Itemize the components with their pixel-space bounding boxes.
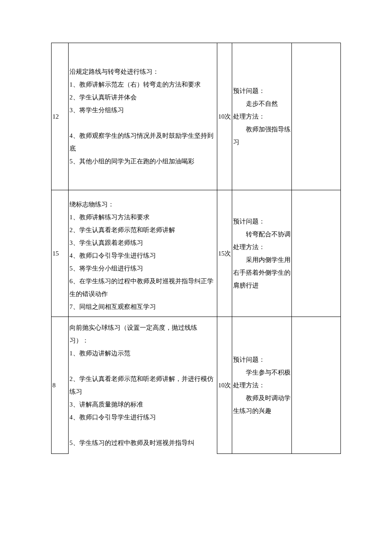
table-row: 15 绕标志物练习： 1、教师讲解练习方法和要求 2、学生认真看老师示范和听老师… [52,190,341,317]
count-value: 10次 [218,382,231,389]
issue-label-2: 处理方法： [233,379,291,392]
count-value: 10次 [218,113,231,120]
cell-time: 15 [52,190,69,317]
cell-count: 10次 [217,43,232,190]
cell-content: 向前抛实心球练习（设置一定高度，抛过线练习）： 1、教师边讲解边示范 2、学生认… [69,317,217,454]
cell-empty [292,317,341,454]
issue-text-1: 走步不自然 [233,97,291,110]
cell-content: 沿规定路线与转弯处进行练习： 1、教师讲解示范左（右）转弯走的方法和要求 2、学… [69,43,217,190]
issue-text-1: 学生参与不积极 [246,369,291,376]
cell-time: 8 [52,317,69,454]
cell-count: 15次 [217,190,232,317]
issue-label-1: 预计问题： [233,215,291,228]
cell-content: 绕标志物练习： 1、教师讲解练习方法和要求 2、学生认真看老师示范和听老师讲解 … [69,190,217,317]
issue-label-2: 处理方法： [233,110,291,123]
time-value: 15 [52,250,59,257]
cell-issue: 预计问题： 转弯配合不协调 处理方法： 采用内侧学生用右手搭着外侧学生的肩膀行进 [232,190,292,317]
lesson-plan-table: 12 沿规定路线与转弯处进行练习： 1、教师讲解示范左（右）转弯走的方法和要求 … [51,43,341,454]
cell-time: 12 [52,43,69,190]
cell-empty [292,43,341,190]
issue-text-2: 教师及时调动学生练习的兴趣 [233,395,291,414]
issue-text-2: 教师加强指导练习 [233,126,291,145]
issue-text-2: 采用内侧学生用右手搭着外侧学生的肩膀行进 [233,256,291,289]
time-value: 8 [52,382,56,389]
content-text: 向前抛实心球练习（设置一定高度，抛过线练习）： 1、教师边讲解边示范 2、学生认… [69,319,216,452]
cell-count: 10次 [217,317,232,454]
cell-issue: 预计问题： 学生参与不积极 处理方法： 教师及时调动学生练习的兴趣 [232,317,292,454]
time-value: 12 [52,113,59,120]
issue-text-1: 转弯配合不协调 [246,231,291,238]
cell-issue: 预计问题： 走步不自然 处理方法： 教师加强指导练习 [232,43,292,190]
issue-label-1: 预计问题： [233,84,291,97]
issue-label-2: 处理方法： [233,241,291,253]
content-text: 沿规定路线与转弯处进行练习： 1、教师讲解示范左（右）转弯走的方法和要求 2、学… [69,45,216,188]
count-value: 15次 [218,250,231,257]
content-text: 绕标志物练习： 1、教师讲解练习方法和要求 2、学生认真看老师示范和听老师讲解 … [69,192,216,315]
table-row: 12 沿规定路线与转弯处进行练习： 1、教师讲解示范左（右）转弯走的方法和要求 … [52,43,341,190]
cell-empty [292,190,341,317]
issue-label-1: 预计问题： [233,353,291,366]
document-page: 12 沿规定路线与转弯处进行练习： 1、教师讲解示范左（右）转弯走的方法和要求 … [0,0,392,471]
table-row: 8 向前抛实心球练习（设置一定高度，抛过线练习）： 1、教师边讲解边示范 2、学… [52,317,341,454]
